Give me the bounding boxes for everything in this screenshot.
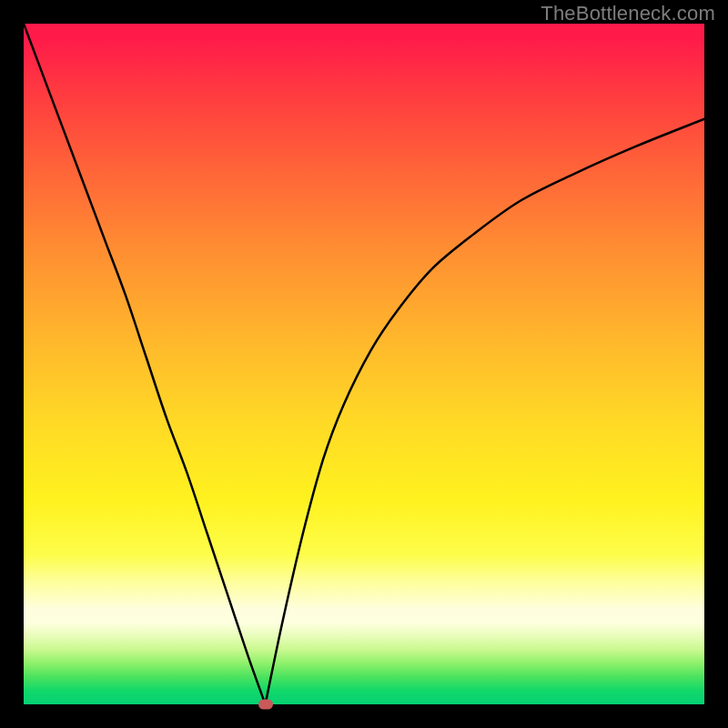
watermark-text: TheBottleneck.com [541, 2, 715, 25]
curve-svg [24, 24, 704, 704]
right-curve-line [266, 119, 704, 704]
plot-area [24, 24, 704, 704]
left-curve-line [24, 24, 266, 704]
min-point-marker [258, 700, 273, 710]
